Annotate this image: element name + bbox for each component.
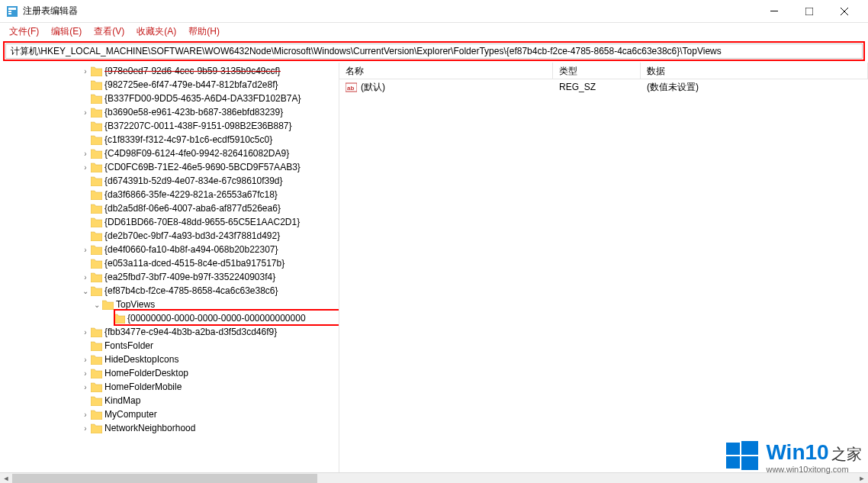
tree-item[interactable]: {00000000-0000-0000-0000-000000000000: [0, 311, 339, 325]
address-input[interactable]: [5, 43, 863, 59]
tree-item[interactable]: ›{978e0ed7-92d6-4cec-9b59-3135b9c49ccf}: [0, 64, 339, 78]
menubar: 文件(F) 编辑(E) 查看(V) 收藏夹(A) 帮助(H): [0, 23, 868, 40]
main-area: ›{978e0ed7-92d6-4cec-9b59-3135b9c49ccf}{…: [0, 63, 868, 475]
tree-item[interactable]: ›HideDesktopIcons: [0, 353, 339, 366]
menu-file[interactable]: 文件(F): [3, 24, 45, 40]
tree-item[interactable]: {982725ee-6f47-479e-b447-812bfa7d2e8f}: [0, 78, 339, 92]
minimize-button[interactable]: [757, 0, 792, 23]
value-data: (数值未设置): [641, 79, 868, 95]
tree-item-label: KindMap: [104, 395, 140, 406]
tree-item[interactable]: KindMap: [0, 394, 339, 407]
horizontal-scrollbar[interactable]: ◄ ►: [0, 472, 868, 483]
tree-item-label: {da3f6866-35fe-4229-821a-26553a67fc18}: [104, 189, 278, 200]
tree-item-label: {B372207C-0011-438F-9151-098B2E36B887}: [104, 121, 292, 131]
tree-item-label: {982725ee-6f47-479e-b447-812bfa7d2e8f}: [104, 79, 278, 90]
folder-icon: [91, 80, 102, 90]
folder-icon: [91, 176, 102, 186]
tree-item[interactable]: ⌄{ef87b4cb-f2ce-4785-8658-4ca6c63e38c6}: [0, 284, 339, 298]
chevron-right-icon[interactable]: ›: [80, 108, 91, 117]
folder-icon: [91, 217, 102, 227]
col-header-data[interactable]: 数据: [641, 63, 868, 79]
window-title: 注册表编辑器: [23, 5, 78, 18]
menu-view[interactable]: 查看(V): [88, 24, 130, 40]
tree-item[interactable]: {da3f6866-35fe-4229-821a-26553a67fc18}: [0, 188, 339, 201]
tree-item-label: {DD61BD66-70E8-48dd-9655-65C5E1AAC2D1}: [104, 217, 300, 227]
titlebar: 注册表编辑器: [0, 0, 868, 23]
close-button[interactable]: [827, 0, 862, 23]
scroll-thumb[interactable]: [12, 474, 317, 483]
tree-item[interactable]: {c1f8339f-f312-4c97-b1c6-ecdf5910c5c0}: [0, 133, 339, 147]
tree-item[interactable]: ›MyComputer: [0, 407, 339, 421]
values-panel[interactable]: 名称 类型 数据 ab (默认) REG_SZ (数值未设置): [339, 63, 868, 475]
tree-item-label: {c1f8339f-f312-4c97-b1c6-ecdf5910c5c0}: [104, 134, 272, 145]
chevron-right-icon[interactable]: ›: [80, 424, 91, 433]
scroll-left-arrow[interactable]: ◄: [0, 473, 12, 484]
col-header-name[interactable]: 名称: [339, 63, 553, 79]
tree-panel[interactable]: ›{978e0ed7-92d6-4cec-9b59-3135b9c49ccf}{…: [0, 63, 339, 475]
tree-item-label: {e053a11a-dced-4515-8c4e-d51ba917517b}: [104, 258, 285, 269]
chevron-right-icon[interactable]: ›: [80, 411, 91, 419]
folder-icon: [91, 382, 102, 392]
menu-favorites[interactable]: 收藏夹(A): [130, 24, 182, 40]
watermark: Win10 之家 www.win10xitong.com: [726, 440, 862, 474]
chevron-right-icon[interactable]: ›: [80, 383, 91, 391]
tree-item-label: HideDesktopIcons: [104, 354, 178, 365]
tree-item[interactable]: ⌄TopViews: [0, 298, 339, 311]
folder-icon: [102, 300, 114, 310]
tree-item[interactable]: {db2a5d8f-06e6-4007-aba6-af877d526ea6}: [0, 201, 339, 215]
svg-rect-5: [805, 8, 813, 15]
value-name: (默认): [361, 81, 385, 94]
value-name-cell: ab (默认): [339, 79, 553, 95]
maximize-button[interactable]: [792, 0, 827, 23]
folder-icon: [91, 410, 102, 420]
tree-item[interactable]: ›{ea25fbd7-3bf7-409e-b97f-3352240903f4}: [0, 270, 339, 284]
tree-item[interactable]: {B372207C-0011-438F-9151-098B2E36B887}: [0, 119, 339, 133]
tree-item[interactable]: ›HomeFolderMobile: [0, 380, 339, 394]
chevron-right-icon[interactable]: ›: [80, 150, 91, 158]
tree-item[interactable]: FontsFolder: [0, 339, 339, 353]
tree-item-label: NetworkNeighborhood: [104, 423, 195, 433]
chevron-down-icon[interactable]: ⌄: [80, 287, 91, 295]
col-header-type[interactable]: 类型: [553, 63, 641, 79]
watermark-text: Win10 之家 www.win10xitong.com: [766, 440, 862, 474]
chevron-right-icon[interactable]: ›: [80, 246, 91, 254]
values-row[interactable]: ab (默认) REG_SZ (数值未设置): [339, 79, 868, 95]
chevron-right-icon[interactable]: ›: [80, 67, 91, 76]
tree-item-label: {00000000-0000-0000-0000-000000000000: [127, 313, 306, 324]
folder-icon: [91, 369, 102, 378]
chevron-right-icon[interactable]: ›: [80, 163, 91, 172]
svg-rect-2: [8, 11, 11, 12]
value-type: REG_SZ: [553, 80, 641, 94]
tree-item[interactable]: ›{de4f0660-fa10-4b8f-a494-068b20b22307}: [0, 243, 339, 256]
win-logo-icon: [726, 440, 758, 474]
tree-item-label: HomeFolderDesktop: [104, 368, 188, 378]
tree-item-label: {978e0ed7-92d6-4cec-9b59-3135b9c49ccf}: [104, 66, 281, 76]
tree-item[interactable]: {DD61BD66-70E8-48dd-9655-65C5E1AAC2D1}: [0, 215, 339, 229]
svg-rect-4: [770, 11, 778, 11]
tree-item[interactable]: ›{b3690e58-e961-423b-b687-386ebfd83239}: [0, 105, 339, 119]
address-highlight: [3, 41, 865, 61]
tree-item[interactable]: {d674391b-52d9-4e07-834e-67c98610f39d}: [0, 174, 339, 188]
tree-item-label: {ef87b4cb-f2ce-4785-8658-4ca6c63e38c6}: [104, 285, 278, 296]
scroll-right-arrow[interactable]: ►: [856, 473, 868, 484]
svg-rect-13: [741, 456, 758, 470]
chevron-right-icon[interactable]: ›: [80, 356, 91, 364]
tree-item[interactable]: {B337FD00-9DD5-4635-A6D4-DA33FD102B7A}: [0, 92, 339, 105]
menu-edit[interactable]: 编辑(E): [45, 24, 88, 40]
chevron-right-icon[interactable]: ›: [80, 273, 91, 282]
chevron-right-icon[interactable]: ›: [80, 328, 91, 336]
tree-item[interactable]: {de2b70ec-9bf7-4a93-bd3d-243f7881d492}: [0, 229, 339, 243]
tree-item[interactable]: ›{CD0FC69B-71E2-46e5-9690-5BCD9F57AAB3}: [0, 160, 339, 174]
address-container: [0, 40, 868, 63]
chevron-down-icon[interactable]: ⌄: [92, 301, 102, 309]
tree-item[interactable]: ›HomeFolderDesktop: [0, 366, 339, 380]
menu-help[interactable]: 帮助(H): [182, 24, 226, 40]
svg-rect-1: [8, 8, 16, 10]
tree-item[interactable]: ›{fbb3477e-c9e4-4b3b-a2ba-d3f5d3cd46f9}: [0, 325, 339, 339]
watermark-suffix: 之家: [831, 446, 862, 462]
tree-item[interactable]: ›NetworkNeighborhood: [0, 421, 339, 435]
tree-item[interactable]: ›{C4D98F09-6124-4fe0-9942-826416082DA9}: [0, 147, 339, 160]
folder-icon: [91, 286, 102, 296]
chevron-right-icon[interactable]: ›: [80, 369, 91, 378]
tree-item[interactable]: {e053a11a-dced-4515-8c4e-d51ba917517b}: [0, 256, 339, 270]
